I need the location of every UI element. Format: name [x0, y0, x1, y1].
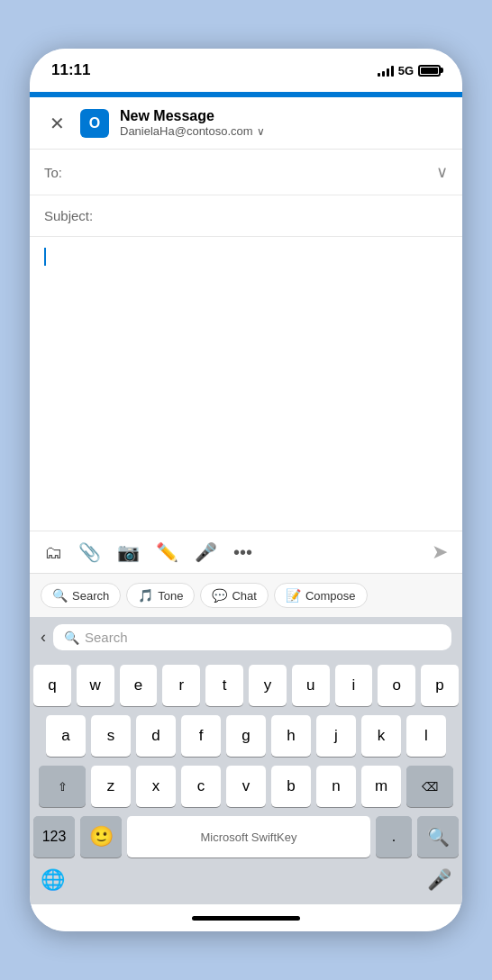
- key-z[interactable]: z: [91, 766, 131, 807]
- search-placeholder: Search: [85, 630, 128, 645]
- chat-icon: 💬: [212, 588, 227, 603]
- email-header: ✕ O New Message DanielaHa@contoso.com ∨: [30, 97, 462, 150]
- ai-chat-button[interactable]: 💬 Chat: [200, 583, 268, 608]
- message-title: New Message: [120, 108, 265, 124]
- email-fields: To: ∨ Subject:: [30, 150, 462, 237]
- send-button[interactable]: ➤: [432, 540, 448, 564]
- sender-email: DanielaHa@contoso.com ∨: [120, 124, 265, 138]
- key-n[interactable]: n: [316, 766, 356, 807]
- chevron-down-icon[interactable]: ∨: [257, 125, 265, 138]
- shift-key[interactable]: ⇧: [39, 766, 86, 807]
- key-k[interactable]: k: [361, 715, 401, 757]
- key-o[interactable]: o: [378, 665, 415, 706]
- subject-input[interactable]: [107, 208, 448, 223]
- space-key[interactable]: Microsoft SwiftKey: [127, 816, 370, 858]
- keyboard-bottom-row: 🌐 🎤: [33, 865, 459, 901]
- keyboard: q w e r t y u i o p a s d f g h j k l ⇧ …: [30, 658, 462, 904]
- backspace-key[interactable]: ⌫: [406, 766, 453, 807]
- home-indicator: [30, 904, 462, 931]
- key-p[interactable]: p: [421, 665, 459, 706]
- key-m[interactable]: m: [361, 766, 401, 807]
- compose-icon: 📝: [286, 588, 301, 603]
- signal-bars-icon: [378, 64, 394, 77]
- period-key[interactable]: .: [376, 816, 412, 858]
- keyboard-search-bar: ‹ 🔍 Search: [30, 617, 462, 658]
- keyboard-row-3: ⇧ z x c v b n m ⌫: [33, 766, 459, 807]
- key-x[interactable]: x: [136, 766, 176, 807]
- swiftkey-label: Microsoft SwiftKey: [201, 830, 297, 844]
- search-icon: 🔍: [52, 588, 68, 603]
- ai-chat-label: Chat: [232, 589, 256, 603]
- more-icon[interactable]: •••: [233, 542, 252, 563]
- key-v[interactable]: v: [226, 766, 266, 807]
- key-t[interactable]: t: [205, 665, 243, 706]
- key-l[interactable]: l: [406, 715, 446, 757]
- key-i[interactable]: i: [335, 665, 373, 706]
- key-a[interactable]: a: [46, 715, 86, 757]
- home-bar: [192, 916, 300, 921]
- keyboard-search-field[interactable]: 🔍 Search: [53, 624, 451, 650]
- status-time: 11:11: [51, 61, 90, 79]
- close-button[interactable]: ✕: [44, 111, 69, 136]
- num-key[interactable]: 123: [33, 816, 75, 858]
- 5g-label: 5G: [398, 64, 414, 77]
- key-u[interactable]: u: [292, 665, 330, 706]
- key-q[interactable]: q: [33, 665, 71, 706]
- back-arrow-icon[interactable]: ‹: [41, 628, 46, 647]
- to-input[interactable]: [107, 165, 436, 180]
- camera-icon[interactable]: 📷: [117, 541, 140, 563]
- to-label: To:: [44, 165, 107, 180]
- ai-tone-button[interactable]: 🎵 Tone: [126, 583, 195, 608]
- search-glass-icon: 🔍: [64, 631, 79, 645]
- key-c[interactable]: c: [181, 766, 221, 807]
- phone-container: 11:11 5G ✕ O New Message DanielaHa@conto…: [30, 49, 462, 931]
- keyboard-row-bottom: 123 🙂 Microsoft SwiftKey . 🔍: [33, 816, 459, 858]
- folder-icon[interactable]: 🗂: [44, 542, 62, 563]
- ai-compose-label: Compose: [305, 589, 356, 603]
- email-toolbar: 🗂 📎 📷 ✏️ 🎤 ••• ➤: [30, 531, 462, 573]
- status-icons: 5G: [378, 64, 441, 77]
- close-icon: ✕: [50, 114, 65, 132]
- key-s[interactable]: s: [91, 715, 131, 757]
- status-bar: 11:11 5G: [30, 49, 462, 92]
- to-expand-icon[interactable]: ∨: [436, 162, 448, 182]
- subject-label: Subject:: [44, 208, 107, 223]
- subject-field-row: Subject:: [30, 195, 462, 237]
- tone-icon: 🎵: [138, 588, 153, 603]
- ai-search-button[interactable]: 🔍 Search: [41, 583, 121, 608]
- mic-icon[interactable]: 🎤: [195, 541, 217, 563]
- attachment-icon[interactable]: 📎: [78, 541, 101, 563]
- key-j[interactable]: j: [316, 715, 356, 757]
- key-h[interactable]: h: [271, 715, 311, 757]
- battery-icon: [418, 65, 441, 77]
- key-r[interactable]: r: [162, 665, 200, 706]
- ai-compose-button[interactable]: 📝 Compose: [274, 583, 368, 608]
- email-body[interactable]: [30, 237, 462, 531]
- outlook-icon: O: [80, 109, 109, 138]
- ai-tone-label: Tone: [158, 589, 183, 603]
- ai-search-label: Search: [72, 589, 109, 603]
- keyboard-search-key[interactable]: 🔍: [417, 816, 459, 858]
- key-d[interactable]: d: [136, 715, 176, 757]
- key-b[interactable]: b: [271, 766, 311, 807]
- keyboard-row-1: q w e r t y u i o p: [33, 665, 459, 706]
- mic-key-icon[interactable]: 🎤: [427, 868, 451, 892]
- globe-icon[interactable]: 🌐: [41, 868, 65, 892]
- key-e[interactable]: e: [120, 665, 158, 706]
- key-g[interactable]: g: [226, 715, 266, 757]
- header-text: New Message DanielaHa@contoso.com ∨: [120, 108, 265, 138]
- text-cursor: [44, 248, 46, 266]
- ai-toolbar: 🔍 Search 🎵 Tone 💬 Chat 📝 Compose: [30, 573, 462, 617]
- draw-icon[interactable]: ✏️: [156, 541, 178, 563]
- key-y[interactable]: y: [249, 665, 287, 706]
- emoji-key[interactable]: 🙂: [80, 816, 122, 858]
- keyboard-row-2: a s d f g h j k l: [33, 715, 459, 757]
- key-f[interactable]: f: [181, 715, 221, 757]
- to-field-row: To: ∨: [30, 150, 462, 195]
- key-w[interactable]: w: [77, 665, 114, 706]
